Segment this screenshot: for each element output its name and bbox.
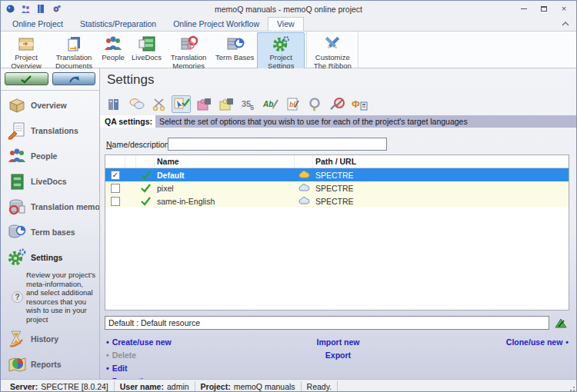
help-question-icon: ? [12, 291, 23, 303]
project-settings-button[interactable]: Project Settings [257, 32, 305, 71]
svg-text:Ab: Ab [262, 100, 273, 108]
edit-link[interactable]: •Edit [106, 361, 172, 374]
settings-pane: Settings [100, 68, 576, 379]
sidebar-item-translation-memories[interactable]: Translation memories [1, 194, 99, 219]
close-button[interactable]: × [556, 3, 572, 15]
green-check-icon [141, 184, 151, 193]
project-overview-icon [16, 34, 36, 54]
export-link[interactable]: Export [100, 348, 576, 361]
wrap-up-button[interactable] [5, 72, 48, 85]
sidebar: Overview Translations People LiveDocs [1, 68, 100, 379]
memoq-logo-icon[interactable] [5, 4, 15, 14]
resource-path: SPECTRE [313, 194, 569, 208]
number-formats-icon[interactable]: 355 [238, 95, 258, 113]
tab-online-project[interactable]: Online Project [4, 18, 72, 31]
sidebar-item-overview[interactable]: Overview [1, 92, 99, 118]
sidebar-item-settings[interactable]: Settings [1, 244, 99, 270]
auto-translation-rules-icon[interactable]: Ab [261, 95, 280, 113]
tab-statistics-preparation[interactable]: Statistics/Preparation [72, 18, 165, 31]
sidebar-item-label: Translation memories [31, 202, 100, 211]
lqa-models-icon[interactable] [305, 95, 325, 113]
qa-settings-icon[interactable] [172, 95, 191, 113]
translation-documents-icon [64, 34, 84, 54]
tab-online-project-workflow[interactable]: Online Project Workflow [165, 18, 268, 31]
status-server: Server:SPECTRE [8.0.24] [5, 381, 115, 391]
titlebar: memoQ manuals - memoQ online project × [1, 1, 576, 17]
document-stack-icon [6, 120, 27, 141]
hourglass-icon [6, 328, 27, 349]
resource-name: pixel [155, 181, 295, 194]
people-label: People [102, 54, 125, 62]
maximize-button[interactable] [536, 3, 552, 15]
settings-help: ? Review your project's meta-information… [1, 270, 99, 326]
term-bases-icon [224, 34, 245, 54]
sidebar-item-reports[interactable]: Reports [1, 351, 99, 377]
resource-name: same-in-English [155, 194, 295, 208]
green-check-icon [141, 197, 151, 206]
non-translatable-lists-icon[interactable] [328, 95, 347, 113]
pie-chart-map-icon [6, 354, 27, 374]
segmentation-rules-icon[interactable] [149, 95, 168, 113]
project-overview-button[interactable]: Project Overview [2, 32, 50, 71]
sidebar-item-livedocs[interactable]: LiveDocs [1, 168, 99, 194]
sidebar-separator [1, 90, 99, 91]
minimize-button[interactable] [516, 3, 532, 15]
clone-use-new-link[interactable]: Clone/use new• [506, 335, 569, 348]
communication-settings-icon[interactable] [127, 95, 146, 113]
collapse-ribbon-chevron-icon[interactable] [562, 15, 569, 29]
resource-name: Default [155, 168, 295, 181]
settings-help-text: Review your project's meta-information, … [26, 271, 96, 324]
resource-description-box[interactable]: Default : Default resource [105, 316, 549, 330]
table-empty-area [105, 208, 569, 310]
cloud-icon [298, 184, 310, 192]
edit-description-icon[interactable] [552, 316, 569, 330]
project-settings-icon [271, 34, 291, 54]
sidebar-item-label: History [31, 334, 58, 344]
row-checkbox[interactable]: ✓ [111, 171, 120, 180]
cloud-icon [298, 197, 310, 205]
translation-documents-button[interactable]: Translation Documents [50, 32, 98, 71]
sidebar-item-label: Term bases [31, 228, 75, 237]
filter-row: Name/description [106, 138, 576, 151]
tab-view[interactable]: View [268, 17, 304, 31]
font-substitution-icon[interactable]: Φ [350, 95, 369, 113]
green-check-icon [20, 75, 32, 84]
translation-memories-button[interactable]: Translation Memories [165, 32, 212, 71]
customize-the-ribbon-button[interactable]: Customize The Ribbon [309, 32, 356, 71]
header-checkbox-column [105, 155, 125, 168]
row-checkbox[interactable] [111, 197, 120, 206]
header-path-url[interactable]: Path / URL [313, 155, 569, 168]
ribbon-group-project-home: Project Overview Translation Documents P… [1, 32, 307, 68]
table-header: Name Path / URL [105, 155, 569, 168]
name-description-input[interactable] [168, 138, 387, 151]
documents-icon[interactable] [36, 4, 46, 14]
people-button[interactable]: People [98, 32, 128, 63]
row-checkbox[interactable] [111, 184, 120, 193]
back-button[interactable] [52, 72, 96, 85]
livedocs-button[interactable]: LiveDocs [128, 32, 165, 63]
livedocs-settings-icon[interactable] [216, 95, 235, 113]
status-ready: Ready. [302, 381, 339, 391]
settings-icon[interactable] [52, 4, 62, 14]
sidebar-item-label: Settings [31, 253, 62, 262]
ignore-lists-icon[interactable]: bl [283, 95, 302, 113]
sidebar-item-term-bases[interactable]: Term bases [1, 219, 99, 244]
import-new-link[interactable]: Import new [100, 335, 576, 348]
settings-category-strip: 355 Ab bl Φ [105, 95, 576, 113]
table-row[interactable]: ✓ Default SPECTRE [105, 168, 569, 181]
tm-settings-icon[interactable] [194, 95, 213, 113]
resize-grip[interactable] [568, 384, 575, 391]
header-name[interactable]: Name [155, 155, 295, 168]
general-settings-icon[interactable] [105, 95, 124, 113]
ribbon: Project Overview Translation Documents P… [1, 31, 576, 68]
table-row[interactable]: pixel SPECTRE [105, 181, 569, 194]
sidebar-item-translations[interactable]: Translations [1, 118, 99, 143]
sidebar-item-label: Translations [31, 126, 78, 135]
sidebar-item-people[interactable]: People [1, 143, 99, 168]
sidebar-item-history[interactable]: History [1, 326, 99, 351]
term-bases-button[interactable]: Term Bases [212, 32, 257, 63]
table-row[interactable]: same-in-English SPECTRE [105, 194, 569, 208]
qa-settings-banner: QA settings: Select the set of options t… [100, 115, 576, 128]
people-icon[interactable] [21, 4, 31, 14]
resource-description-row: Default : Default resource [105, 316, 569, 330]
